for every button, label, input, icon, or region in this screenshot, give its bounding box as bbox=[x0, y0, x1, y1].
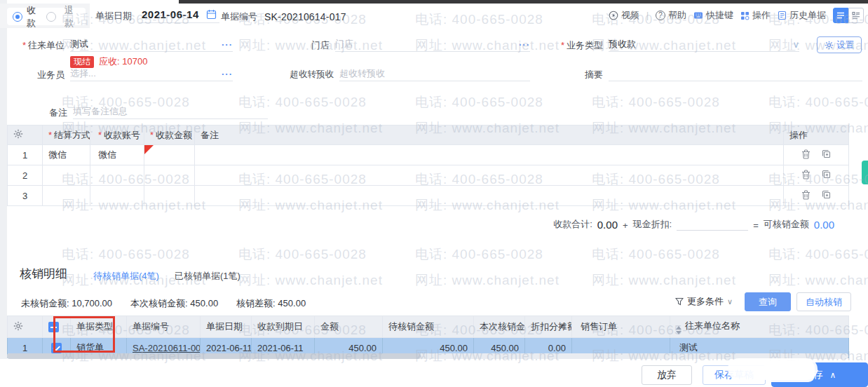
settings-button[interactable]: 设置 bbox=[817, 36, 862, 53]
cell-account[interactable] bbox=[90, 186, 144, 206]
chevron-up-icon: ∧ bbox=[830, 370, 836, 380]
cell-account[interactable]: 微信 bbox=[90, 145, 144, 165]
partner-input[interactable] bbox=[70, 39, 219, 49]
chevron-down-icon[interactable]: ∨ bbox=[792, 40, 799, 49]
refund-radio-label[interactable]: 退款 bbox=[65, 4, 80, 29]
doc-number-label: 单据编号 bbox=[221, 11, 257, 23]
remark-input[interactable] bbox=[73, 106, 268, 116]
row-checkbox[interactable] bbox=[51, 343, 62, 353]
watermark-text: 网址: www.chanjet.net bbox=[238, 271, 383, 290]
cell-amount[interactable] bbox=[144, 165, 195, 186]
header-discount-share: 折扣分摊额 bbox=[525, 316, 572, 338]
payment-row: 3 bbox=[8, 186, 849, 206]
payment-row: 1 微信 微信 bbox=[8, 145, 849, 165]
row-number: 2 bbox=[8, 165, 43, 186]
watermark-text: 电话: 400-665-0028 bbox=[238, 245, 367, 264]
video-icon bbox=[609, 11, 618, 20]
history-button[interactable]: 历史单据 bbox=[778, 9, 826, 22]
doc-date-value[interactable]: 2021-06-14 bbox=[142, 8, 199, 20]
scrollbar-thumb[interactable] bbox=[7, 353, 421, 359]
cell-method[interactable]: 微信 bbox=[43, 145, 90, 165]
overflow-label: 超收转预收 bbox=[289, 68, 339, 81]
list-view-toggle[interactable] bbox=[833, 8, 848, 23]
receipt-radio[interactable] bbox=[13, 12, 22, 22]
partner-label: *往来单位 bbox=[7, 39, 70, 52]
detail-view-toggle[interactable] bbox=[848, 8, 864, 23]
delete-row-icon[interactable] bbox=[801, 190, 811, 202]
verification-section-title: 核销明细 bbox=[20, 266, 67, 282]
receipt-voucher-screen: 收款 退款 单据日期 2021-06-14 单据编号 SK-20210614-0… bbox=[0, 0, 868, 387]
header-account: *收款账号 bbox=[90, 125, 144, 145]
copy-row-icon[interactable] bbox=[822, 170, 831, 181]
partner-picker-icon[interactable]: ··· bbox=[222, 41, 233, 49]
tab-pending-docs[interactable]: 待核销单据(4笔) bbox=[93, 270, 159, 283]
store-picker-icon[interactable]: ··· bbox=[519, 41, 530, 49]
copy-row-icon[interactable] bbox=[822, 190, 831, 201]
sort-icon bbox=[676, 326, 681, 334]
biz-type-field-group: *业务类型 ∨ bbox=[558, 39, 799, 52]
plus-sign: + bbox=[623, 220, 628, 231]
cell-remark[interactable] bbox=[195, 186, 784, 206]
biz-type-select[interactable] bbox=[609, 39, 789, 49]
salesman-picker-icon[interactable]: ··· bbox=[222, 70, 233, 79]
header-due-date: 收款到期日 bbox=[252, 316, 315, 338]
save-button[interactable]: 保存 ∧ bbox=[771, 362, 868, 387]
cell-remark[interactable] bbox=[195, 165, 784, 186]
watermark-text: 电话: 400-665-0028 bbox=[415, 93, 543, 111]
auto-verify-button[interactable]: 自动核销 bbox=[796, 292, 851, 311]
cell-account[interactable] bbox=[90, 165, 144, 186]
side-tab-handle[interactable] bbox=[862, 161, 868, 184]
store-input[interactable] bbox=[335, 39, 516, 49]
delete-row-icon[interactable] bbox=[801, 170, 811, 182]
column-settings-button[interactable] bbox=[8, 316, 43, 338]
verifiable-label: 可核销金额 bbox=[764, 218, 809, 231]
cell-method[interactable] bbox=[43, 165, 90, 186]
shortcut-button[interactable]: 快捷键 bbox=[693, 9, 733, 22]
header-remark: 备注 bbox=[195, 125, 784, 145]
payment-row: 2 bbox=[8, 165, 849, 186]
select-all-checkbox[interactable] bbox=[48, 322, 59, 332]
overflow-input[interactable] bbox=[339, 68, 530, 79]
calendar-icon[interactable] bbox=[206, 9, 217, 20]
abandon-button[interactable]: 放弃 bbox=[642, 365, 692, 385]
required-marker: * bbox=[561, 40, 564, 50]
filter-icon bbox=[675, 297, 684, 306]
tab-verified-docs[interactable]: 已核销单据(1笔) bbox=[175, 270, 240, 283]
operations-button[interactable]: 操作 bbox=[740, 9, 771, 22]
help-button[interactable]: ? 帮助 bbox=[656, 9, 686, 22]
summary-label: 摘要 bbox=[558, 68, 609, 81]
cell-method[interactable] bbox=[43, 186, 90, 206]
horizontal-scrollbar[interactable] bbox=[7, 353, 848, 359]
watermark-text: 电话: 400-665-0028 bbox=[62, 245, 190, 264]
cell-operations bbox=[784, 145, 849, 165]
cash-settle-badge: 现结 bbox=[70, 56, 94, 68]
refund-radio[interactable] bbox=[46, 12, 56, 22]
more-filters-button[interactable]: 更多条件 ∨ bbox=[675, 295, 733, 308]
row-number: 3 bbox=[8, 186, 43, 206]
cash-discount-input[interactable] bbox=[677, 219, 748, 231]
doc-number-group: 单据编号 SK-20210614-017 bbox=[221, 11, 346, 23]
query-button[interactable]: 查询 bbox=[745, 292, 791, 311]
help-label: 帮助 bbox=[668, 9, 686, 22]
biz-type-label: *业务类型 bbox=[558, 39, 609, 52]
cell-amount[interactable] bbox=[144, 186, 195, 206]
salesman-field-group: 业务员 ··· bbox=[7, 68, 233, 81]
doc-date-field[interactable]: 2021-06-14 bbox=[139, 8, 219, 23]
column-settings-button[interactable] bbox=[8, 125, 43, 145]
header-toolbar: 视频 | ? 帮助 快捷键 操作 历史单据 bbox=[609, 8, 864, 23]
salesman-input[interactable] bbox=[70, 68, 219, 79]
save-draft-button[interactable]: 保存草稿 bbox=[703, 365, 766, 385]
receipt-radio-label[interactable]: 收款 bbox=[27, 4, 42, 29]
cell-remark[interactable] bbox=[195, 145, 784, 165]
cell-amount[interactable] bbox=[144, 145, 195, 165]
watermark-text: 电话: 400-665-0028 bbox=[415, 245, 543, 264]
header-amount: *收款金额 bbox=[144, 125, 195, 145]
header-amount: 金额 bbox=[315, 316, 383, 338]
header-partner-name[interactable]: 往来单位名称 bbox=[670, 316, 849, 338]
video-button[interactable]: 视频 bbox=[609, 9, 639, 22]
summary-input[interactable] bbox=[609, 68, 862, 79]
copy-row-icon[interactable] bbox=[822, 149, 831, 161]
doc-number-link[interactable]: SA-20210611-005 bbox=[133, 343, 201, 353]
watermark-text: 网址: www.chanjet.net bbox=[768, 271, 868, 290]
delete-row-icon[interactable] bbox=[801, 149, 811, 161]
